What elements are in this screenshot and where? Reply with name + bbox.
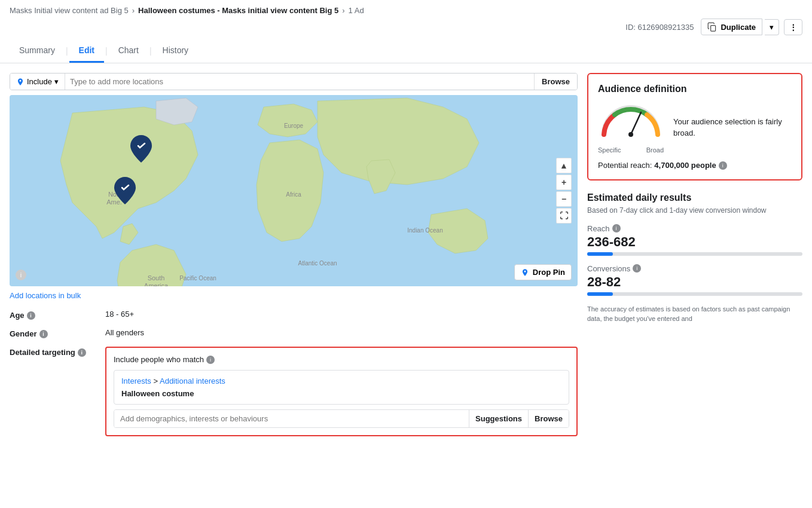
- add-bulk-locations-link[interactable]: Add locations in bulk: [10, 291, 81, 300]
- gender-value: All genders: [105, 328, 144, 337]
- svg-rect-0: [711, 26, 716, 32]
- accuracy-note: The accuracy of estimates is based on fa…: [587, 304, 802, 324]
- svg-point-14: [628, 132, 633, 137]
- location-bar: Include ▾ Browse: [10, 73, 578, 90]
- map-zoom-out-button[interactable]: −: [556, 191, 572, 207]
- svg-text:Africa: Africa: [286, 191, 301, 198]
- gender-label: Gender i: [10, 328, 105, 338]
- conversions-label: Conversions i: [587, 264, 802, 273]
- left-panel: Include ▾ Browse: [10, 73, 587, 445]
- drop-pin-button[interactable]: Drop Pin: [514, 264, 572, 280]
- breadcrumb-arrow1: ›: [132, 6, 135, 15]
- reach-label: Reach i: [587, 224, 802, 233]
- specific-label: Specific: [598, 146, 621, 154]
- chevron-down-icon: ▾: [770, 23, 774, 32]
- svg-text:Pacific Ocean: Pacific Ocean: [179, 275, 216, 281]
- tab-summary[interactable]: Summary: [10, 39, 65, 63]
- interests-link2[interactable]: Additional interests: [160, 377, 225, 385]
- breadcrumb-child[interactable]: 1 Ad: [349, 6, 364, 15]
- targeting-browse-button[interactable]: Browse: [528, 410, 569, 427]
- estimated-daily-results: Estimated daily results Based on 7-day c…: [587, 190, 802, 326]
- reach-value: 236-682: [587, 234, 802, 250]
- map-scroll-up-button[interactable]: ▲: [556, 158, 572, 173]
- conversions-value: 28-82: [587, 274, 802, 290]
- svg-line-13: [631, 112, 641, 134]
- targeting-interests-box: Interests > Additional interests Hallowe…: [114, 370, 569, 405]
- breadcrumb-parent[interactable]: Masks Initial view content ad Big 5: [10, 6, 129, 15]
- svg-text:Indian Ocean: Indian Ocean: [407, 227, 443, 234]
- broad-label: Broad: [646, 146, 664, 154]
- map-zoom-in-button[interactable]: +: [556, 175, 572, 190]
- tab-divider-3: |: [149, 39, 152, 63]
- reach-bar-fill: [587, 252, 613, 256]
- potential-reach-info-icon[interactable]: i: [719, 161, 727, 170]
- age-row: Age i 18 - 65+: [10, 310, 578, 320]
- interests-link1[interactable]: Interests: [121, 377, 151, 385]
- detailed-targeting-row: Detailed targeting i Include people who …: [10, 347, 578, 436]
- main-layout: Include ▾ Browse: [0, 63, 812, 445]
- ellipsis-icon: ⋮: [789, 23, 797, 32]
- interests-item: Halloween costume: [121, 389, 561, 398]
- gauge-container: Specific Broad: [598, 102, 664, 154]
- audience-definition-box: Audience definition: [587, 73, 802, 180]
- map-controls: ▲ + − ⛶: [556, 158, 572, 224]
- age-label: Age i: [10, 310, 105, 320]
- tab-chart[interactable]: Chart: [109, 39, 148, 63]
- conversions-bar-background: [587, 292, 802, 296]
- reach-info-icon[interactable]: i: [612, 224, 621, 232]
- targeting-header-info-icon[interactable]: i: [206, 356, 215, 364]
- gauge-labels: Specific Broad: [598, 146, 664, 154]
- audience-meter-row: Specific Broad Your audience selection i…: [598, 102, 792, 154]
- map-fullscreen-button[interactable]: ⛶: [556, 208, 572, 224]
- duplicate-button[interactable]: Duplicate: [701, 19, 762, 35]
- top-bar: ID: 6126908921335 Duplicate ▾ ⋮: [0, 15, 812, 35]
- breadcrumb-current[interactable]: Halloween costumes - Masks initial view …: [138, 6, 338, 15]
- targeting-box: Include people who match i Interests > A…: [105, 347, 578, 436]
- targeting-input-row: Suggestions Browse: [114, 409, 569, 428]
- interests-path: Interests > Additional interests: [121, 377, 561, 385]
- targeting-header: Include people who match i: [114, 355, 569, 364]
- targeting-search-input[interactable]: [114, 410, 469, 427]
- age-info-icon[interactable]: i: [27, 311, 35, 320]
- tab-divider-2: |: [105, 39, 108, 63]
- location-search-input[interactable]: [65, 74, 534, 90]
- location-browse-button[interactable]: Browse: [534, 74, 577, 90]
- more-options-button[interactable]: ⋮: [784, 19, 802, 35]
- audience-title: Audience definition: [598, 84, 792, 94]
- conversions-block: Conversions i 28-82: [587, 264, 802, 296]
- gender-row: Gender i All genders: [10, 328, 578, 338]
- tab-history[interactable]: History: [153, 39, 199, 63]
- reach-bar-background: [587, 252, 802, 256]
- tab-edit[interactable]: Edit: [69, 39, 104, 63]
- svg-text:Atlantic Ocean: Atlantic Ocean: [298, 260, 337, 267]
- gender-info-icon[interactable]: i: [39, 330, 48, 338]
- breadcrumb: Masks Initial view content ad Big 5 › Ha…: [0, 0, 812, 15]
- interests-arrow: >: [153, 377, 160, 385]
- duplicate-dropdown-button[interactable]: ▾: [765, 19, 779, 35]
- location-pin-icon: [16, 78, 25, 86]
- right-panel: Audience definition: [587, 73, 802, 445]
- conversions-bar-fill: [587, 292, 613, 296]
- copy-icon: [707, 22, 717, 32]
- potential-reach-value: 4,700,000 people: [654, 161, 716, 170]
- map-info-icon[interactable]: i: [16, 270, 26, 280]
- top-bar-right: ID: 6126908921335 Duplicate ▾ ⋮: [625, 19, 802, 35]
- reach-block: Reach i 236-682: [587, 224, 802, 256]
- age-value: 18 - 65+: [105, 310, 134, 319]
- targeting-content: Include people who match i Interests > A…: [105, 347, 578, 436]
- detailed-targeting-info-icon[interactable]: i: [78, 348, 86, 357]
- tab-divider-1: |: [66, 39, 68, 63]
- gauge-svg: [598, 102, 664, 143]
- tabs-bar: Summary | Edit | Chart | History: [0, 39, 812, 63]
- detailed-targeting-label: Detailed targeting i: [10, 347, 105, 357]
- svg-text:Ame.: Ame.: [106, 198, 122, 206]
- audience-description: Your audience selection is fairly broad.: [673, 117, 792, 138]
- pin-icon: [521, 268, 529, 277]
- targeting-suggestions-button[interactable]: Suggestions: [469, 410, 528, 427]
- conversions-info-icon[interactable]: i: [633, 264, 641, 273]
- include-dropdown-icon: ▾: [54, 77, 59, 86]
- estimated-title: Estimated daily results: [587, 192, 802, 203]
- location-include-button[interactable]: Include ▾: [10, 74, 65, 90]
- estimated-subtitle: Based on 7-day click and 1-day view conv…: [587, 206, 802, 216]
- svg-text:South: South: [148, 274, 165, 281]
